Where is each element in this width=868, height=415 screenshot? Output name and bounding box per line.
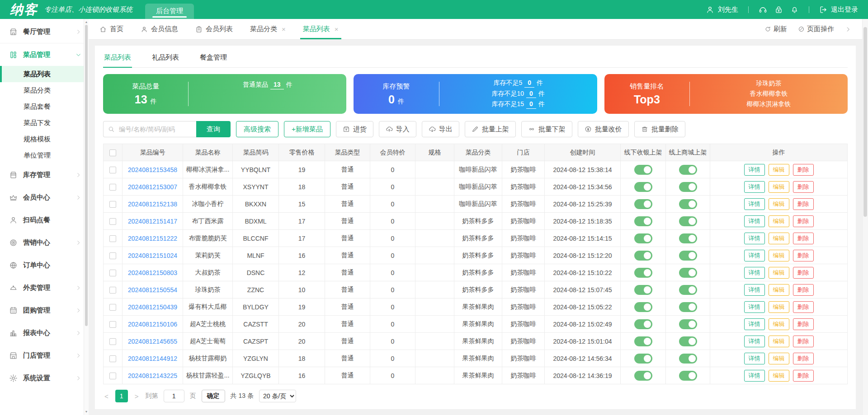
- chevron-right-icon[interactable]: [845, 26, 851, 33]
- delete-button[interactable]: 删除: [793, 336, 814, 347]
- close-icon[interactable]: ×: [335, 25, 339, 33]
- edit-button[interactable]: 编辑: [769, 215, 789, 227]
- edit-button[interactable]: 编辑: [769, 233, 789, 244]
- online-toggle[interactable]: [679, 251, 697, 261]
- sidebar-subitem-dish-dispatch[interactable]: 菜品下发: [0, 115, 89, 131]
- online-toggle[interactable]: [679, 165, 697, 175]
- sidebar-item-takeout[interactable]: 外卖管理: [0, 276, 89, 299]
- delete-button[interactable]: 删除: [793, 250, 814, 261]
- edit-button[interactable]: 编辑: [769, 267, 789, 279]
- tab-dish-list[interactable]: 菜品列表×: [303, 19, 339, 39]
- prev-page-icon[interactable]: <: [103, 392, 110, 400]
- detail-button[interactable]: 详情: [744, 233, 765, 244]
- offline-toggle[interactable]: [634, 165, 652, 175]
- refresh-button[interactable]: 刷新: [764, 25, 787, 33]
- row-checkbox[interactable]: [109, 201, 116, 208]
- batch-on-button[interactable]: 批量上架: [465, 121, 516, 137]
- scroll-up-arrow-icon[interactable]: ▲: [84, 20, 89, 24]
- next-page-icon[interactable]: >: [133, 392, 140, 400]
- sidebar-scrollbar[interactable]: ▲ ▼: [84, 19, 89, 415]
- offline-toggle[interactable]: [634, 199, 652, 209]
- online-toggle[interactable]: [679, 319, 697, 329]
- edit-button[interactable]: 编辑: [769, 181, 789, 193]
- detail-button[interactable]: 详情: [744, 301, 765, 313]
- row-checkbox[interactable]: [109, 252, 116, 259]
- delete-button[interactable]: 删除: [793, 215, 814, 227]
- edit-button[interactable]: 编辑: [769, 336, 789, 347]
- offline-toggle[interactable]: [634, 251, 652, 261]
- add-dish-button[interactable]: +新增菜品: [284, 121, 330, 137]
- subtab-dish-list[interactable]: 菜品列表: [103, 51, 132, 67]
- dish-id-link[interactable]: 20240812150439: [128, 303, 177, 311]
- delete-button[interactable]: 删除: [793, 318, 814, 330]
- offline-toggle[interactable]: [634, 268, 652, 278]
- row-checkbox[interactable]: [109, 167, 116, 173]
- confirm-page-button[interactable]: 确定: [202, 390, 225, 402]
- purchase-button[interactable]: 进货: [336, 121, 373, 137]
- online-toggle[interactable]: [679, 285, 697, 295]
- sidebar-item-groupbuy[interactable]: 团购管理: [0, 299, 89, 322]
- import-button[interactable]: 导入: [379, 121, 416, 137]
- delete-button[interactable]: 删除: [793, 198, 814, 210]
- lock-icon[interactable]: [774, 5, 783, 14]
- detail-button[interactable]: 详情: [744, 353, 765, 364]
- sidebar-item-restaurant[interactable]: 餐厅管理: [0, 21, 89, 43]
- sidebar-item-member-center[interactable]: 会员中心: [0, 186, 89, 209]
- sidebar-item-marketing[interactable]: 营销中心: [0, 231, 89, 254]
- sidebar-subitem-spec-template[interactable]: 规格模板: [0, 131, 89, 147]
- stock-warning-count[interactable]: 0: [526, 90, 536, 98]
- detail-button[interactable]: 详情: [744, 198, 765, 210]
- row-checkbox[interactable]: [109, 373, 116, 379]
- query-button[interactable]: 查询: [196, 121, 231, 137]
- dish-id-link[interactable]: 20240812145655: [128, 338, 177, 345]
- row-checkbox[interactable]: [109, 184, 116, 191]
- batch-price-button[interactable]: 批量改价: [578, 121, 629, 137]
- delete-button[interactable]: 删除: [793, 164, 814, 176]
- row-checkbox[interactable]: [109, 304, 116, 311]
- sidebar-subitem-dish-list[interactable]: 菜品列表: [0, 66, 89, 82]
- detail-button[interactable]: 详情: [744, 284, 765, 296]
- dish-id-link[interactable]: 20240812152138: [128, 201, 177, 208]
- online-toggle[interactable]: [679, 354, 697, 364]
- online-toggle[interactable]: [679, 182, 697, 192]
- sidebar-item-order-center[interactable]: 订单中心: [0, 254, 89, 276]
- support-headset-icon[interactable]: [759, 5, 767, 14]
- sidebar-item-store[interactable]: 门店管理: [0, 344, 89, 367]
- batch-delete-button[interactable]: 批量删除: [634, 121, 685, 137]
- close-icon[interactable]: ×: [282, 25, 286, 33]
- delete-button[interactable]: 删除: [793, 284, 814, 296]
- detail-button[interactable]: 详情: [744, 164, 765, 176]
- delete-button[interactable]: 删除: [793, 301, 814, 313]
- subtab-gift-list[interactable]: 礼品列表: [151, 51, 180, 67]
- dish-id-link[interactable]: 20240812150106: [128, 321, 177, 328]
- offline-toggle[interactable]: [634, 216, 652, 226]
- delete-button[interactable]: 删除: [793, 353, 814, 364]
- current-page-button[interactable]: 1: [115, 390, 128, 402]
- bell-icon[interactable]: [790, 5, 799, 14]
- logout-button[interactable]: 退出登录: [819, 5, 858, 14]
- page-scroll-thumb[interactable]: [863, 27, 867, 217]
- sidebar-subitem-unit-management[interactable]: 单位管理: [0, 147, 89, 163]
- detail-button[interactable]: 详情: [744, 250, 765, 261]
- edit-button[interactable]: 编辑: [769, 318, 789, 330]
- online-toggle[interactable]: [679, 216, 697, 226]
- offline-toggle[interactable]: [634, 354, 652, 364]
- detail-button[interactable]: 详情: [744, 215, 765, 227]
- row-checkbox[interactable]: [109, 270, 116, 276]
- row-checkbox[interactable]: [109, 235, 116, 242]
- stock-warning-count[interactable]: 0: [524, 79, 534, 88]
- detail-button[interactable]: 详情: [744, 267, 765, 279]
- sidebar-item-inventory[interactable]: 库存管理: [0, 163, 89, 186]
- edit-button[interactable]: 编辑: [769, 284, 789, 296]
- edit-button[interactable]: 编辑: [769, 198, 789, 210]
- advanced-search-button[interactable]: 高级搜索: [236, 121, 278, 137]
- sidebar-item-settings[interactable]: 系统设置: [0, 367, 89, 389]
- edit-button[interactable]: 编辑: [769, 164, 789, 176]
- offline-toggle[interactable]: [634, 371, 652, 381]
- sidebar-subitem-dish-combo[interactable]: 菜品套餐: [0, 98, 89, 115]
- sidebar-item-report[interactable]: 报表中心: [0, 322, 89, 344]
- row-checkbox[interactable]: [109, 218, 116, 225]
- dish-id-link[interactable]: 20240812150803: [128, 269, 177, 276]
- dish-id-link[interactable]: 20240812151417: [128, 218, 177, 225]
- offline-toggle[interactable]: [634, 285, 652, 295]
